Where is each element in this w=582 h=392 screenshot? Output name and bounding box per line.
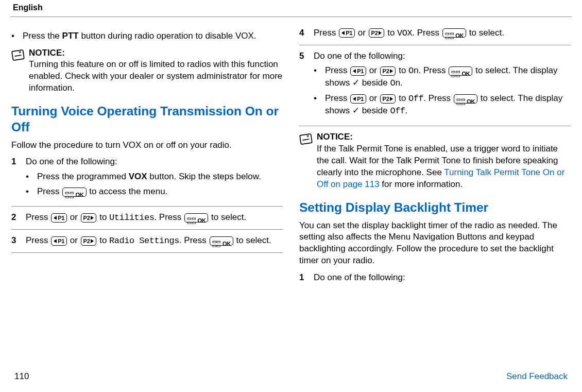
intro-bullet-text: Press the PTT button during radio operat… — [23, 30, 256, 42]
step-number: 5 — [299, 50, 314, 121]
text-segment: Press the programmed — [37, 172, 129, 181]
step1-bullet2: • Press ▭▭▭▭OK to access the menu. — [26, 186, 283, 198]
text-segment: or — [67, 235, 80, 245]
check-icon: ✓ — [352, 106, 360, 115]
language-label: English — [13, 2, 572, 16]
notice-icon — [299, 131, 317, 191]
bullet-dot: • — [11, 30, 23, 42]
bullet-dot: • — [314, 65, 325, 90]
step-5: 5 Do one of the following: • Press P1 or… — [299, 50, 571, 127]
text-segment: . — [400, 78, 403, 88]
page-number: 110 — [14, 371, 29, 383]
text-segment: to select. — [467, 28, 504, 38]
step-body: Press P1 or P2 to Radio Settings. Press … — [26, 235, 283, 247]
p2-right-key-icon: P2 — [81, 213, 97, 223]
step5-bullet1: • Press P1 or P2 to On. Press ▭▭▭▭OK to … — [314, 65, 571, 90]
main-content: • Press the PTT button during radio oper… — [0, 17, 582, 295]
p2-right-key-icon: P2 — [380, 66, 396, 76]
menu-ok-key-icon: ▭▭▭▭OK — [454, 94, 477, 104]
notice-icon — [11, 47, 29, 95]
text-segment: Press the — [23, 31, 62, 41]
svg-line-1 — [15, 55, 22, 56]
text-segment: button. Skip the steps below. — [147, 172, 261, 181]
check-icon: ✓ — [352, 78, 360, 88]
text-segment: Press — [26, 212, 50, 222]
step-4: 4 Press P1 or P2 to VOX. Press ▭▭▭▭OK to… — [299, 27, 571, 45]
section-heading-vox: Turning Voice Operating Transmission On … — [11, 104, 283, 135]
text-segment: Press — [314, 28, 338, 38]
text-segment: . Press — [154, 212, 184, 222]
svg-rect-0 — [12, 49, 24, 60]
text-segment: to — [385, 28, 397, 38]
text-segment: . Press — [412, 28, 442, 38]
menu-target: On — [390, 78, 400, 88]
bullet-text: Press P1 or P2 to Off. Press ▭▭▭▭OK to s… — [325, 93, 571, 117]
menu-target: Off — [390, 106, 405, 116]
step-body: Do one of the following: • Press the pro… — [26, 156, 283, 201]
step5-bullet2: • Press P1 or P2 to Off. Press ▭▭▭▭OK to… — [314, 93, 571, 117]
step-body: Press P1 or P2 to VOX. Press ▭▭▭▭OK to s… — [314, 27, 571, 40]
send-feedback-link[interactable]: Send Feedback — [506, 371, 568, 383]
bullet-dot: • — [26, 186, 37, 198]
page-footer: 110 Send Feedback — [0, 371, 582, 383]
p2-right-key-icon: P2 — [380, 94, 396, 104]
text-segment: or — [367, 65, 380, 75]
text-segment: or — [355, 28, 368, 38]
step-1: 1 Do one of the following: • Press the p… — [11, 156, 283, 207]
menu-ok-key-icon: ▭▭▭▭OK — [184, 213, 208, 223]
column-left: • Press the PTT button during radio oper… — [11, 27, 283, 295]
text-segment: to access the menu. — [87, 186, 168, 196]
vox-label: VOX — [129, 172, 147, 181]
text-segment: . Press — [423, 93, 453, 103]
menu-ok-key-icon: ▭▭▭▭OK — [62, 188, 86, 197]
text-segment: to — [97, 212, 109, 222]
step-body: Press P1 or P2 to Utilities. Press ▭▭▭▭O… — [26, 212, 283, 224]
ptt-label: PTT — [62, 31, 79, 41]
step-number: 2 — [11, 212, 26, 224]
bullet-text: Press P1 or P2 to On. Press ▭▭▭▭OK to se… — [325, 65, 571, 90]
text-segment: Press — [325, 93, 350, 103]
menu-target: Off — [408, 94, 423, 104]
menu-ok-key-icon: ▭▭▭▭OK — [210, 236, 233, 246]
section-intro-2: You can set the display backlight timer … — [299, 220, 571, 267]
text-segment: beside — [360, 106, 390, 115]
step-lead: Do one of the following: — [26, 156, 283, 168]
text-segment: button during radio operation to disable… — [79, 31, 256, 41]
text-segment: to select. — [209, 212, 246, 222]
step-number: 3 — [11, 235, 26, 247]
bullet-dot: • — [314, 93, 325, 117]
text-segment: Press — [325, 65, 350, 75]
bullet-text: Press the programmed VOX button. Skip th… — [37, 171, 261, 183]
notice-block-2: NOTICE: If the Talk Permit Tone is enabl… — [299, 131, 571, 191]
section-heading-backlight: Setting Display Backlight Timer — [299, 200, 571, 216]
section-intro: Follow the procedure to turn VOX on or o… — [11, 140, 283, 151]
notice-body: NOTICE: If the Talk Permit Tone is enabl… — [317, 131, 571, 191]
text-segment: Press — [37, 186, 62, 196]
step1-bullet1: • Press the programmed VOX button. Skip … — [26, 171, 283, 183]
step-lead: Do one of the following: — [314, 50, 571, 62]
p1-left-key-icon: P1 — [51, 236, 67, 246]
text-segment: to — [396, 93, 408, 103]
text-segment: beside — [360, 78, 390, 88]
text-segment: . — [405, 106, 408, 115]
p1-left-key-icon: P1 — [51, 213, 67, 223]
notice-block: NOTICE: Turning this feature on or off i… — [11, 47, 283, 95]
p2-right-key-icon: P2 — [81, 236, 97, 246]
p2-right-key-icon: P2 — [369, 28, 385, 38]
notice-body: NOTICE: Turning this feature on or off i… — [29, 47, 283, 95]
text-segment: for more information. — [380, 179, 463, 189]
step-lead: Do one of the following: — [314, 272, 571, 284]
step-number: 4 — [299, 27, 314, 40]
step-body: Do one of the following: • Press P1 or P… — [314, 50, 571, 121]
step-3: 3 Press P1 or P2 to Radio Settings. Pres… — [11, 235, 283, 253]
intro-bullet: • Press the PTT button during radio oper… — [11, 30, 283, 42]
notice-title: NOTICE: — [317, 131, 571, 143]
step-number: 1 — [11, 156, 26, 201]
menu-target: On — [408, 66, 418, 76]
svg-line-3 — [303, 139, 310, 140]
step-number: 1 — [299, 272, 314, 284]
menu-target: Radio Settings — [109, 236, 179, 246]
svg-rect-2 — [300, 134, 312, 144]
notice-text: If the Talk Permit Tone is enabled, use … — [317, 143, 571, 191]
text-segment: . Press — [179, 235, 209, 245]
